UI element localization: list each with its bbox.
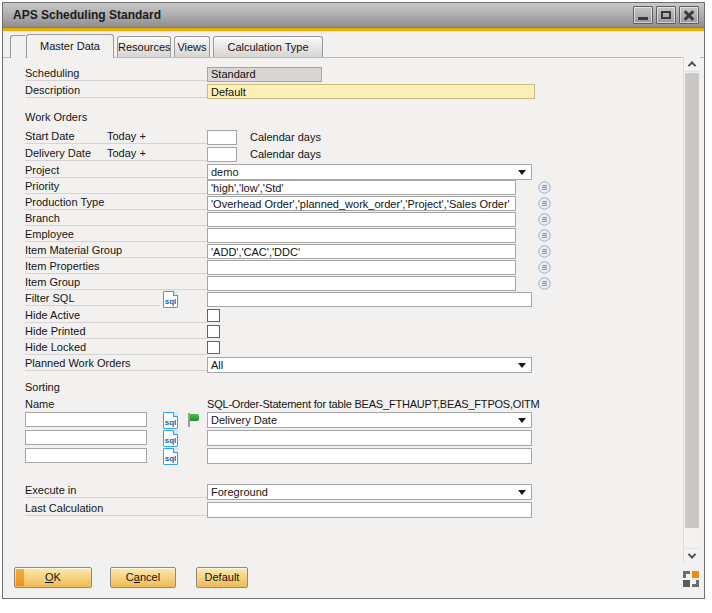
description-label: Description <box>25 84 207 98</box>
production-type-input[interactable] <box>207 196 516 211</box>
filter-sql-label: Filter SQL <box>25 292 160 306</box>
project-dropdown[interactable]: demo <box>207 164 532 180</box>
choose-list-icon[interactable] <box>538 277 551 290</box>
description-input[interactable] <box>207 84 535 99</box>
chevron-down-icon <box>518 170 526 175</box>
scroll-down-button[interactable] <box>684 548 700 563</box>
choose-list-icon[interactable] <box>538 181 551 194</box>
vertical-scrollbar[interactable] <box>683 57 699 563</box>
production-type-label: Production Type <box>25 196 207 210</box>
work-orders-heading: Work Orders <box>25 111 87 123</box>
item-group-input[interactable] <box>207 276 516 291</box>
choose-list-icon[interactable] <box>538 245 551 258</box>
item-material-group-input[interactable] <box>207 244 516 259</box>
maximize-button[interactable] <box>656 6 676 24</box>
chevron-up-icon <box>688 61 696 69</box>
flag-icon[interactable] <box>186 413 201 428</box>
tabstrip-edge <box>10 35 25 58</box>
last-calculation-input[interactable] <box>207 502 532 518</box>
chevron-down-icon <box>518 490 526 495</box>
start-date-input[interactable] <box>207 130 237 145</box>
hide-active-label: Hide Active <box>25 309 207 323</box>
window-title: APS Scheduling Standard <box>13 3 161 28</box>
hide-printed-checkbox[interactable] <box>207 325 220 338</box>
delivery-date-suffix: Calendar days <box>250 148 321 160</box>
branch-input[interactable] <box>207 212 516 227</box>
tab-master-data[interactable]: Master Data <box>26 34 114 58</box>
sort-2-statement-input[interactable] <box>207 430 532 446</box>
project-label: Project <box>25 164 207 178</box>
sql-editor-icon[interactable]: sql <box>163 412 178 429</box>
item-group-label: Item Group <box>25 276 207 290</box>
aps-scheduling-window: APS Scheduling Standard Master Data Reso… <box>2 2 705 599</box>
scheduling-label: Scheduling <box>25 67 207 81</box>
item-material-group-label: Item Material Group <box>25 244 207 258</box>
hide-locked-label: Hide Locked <box>25 341 207 355</box>
choose-list-icon[interactable] <box>538 197 551 210</box>
sort-3-name-input[interactable] <box>25 448 147 463</box>
chevron-down-icon <box>688 550 696 558</box>
choose-list-icon[interactable] <box>538 213 551 226</box>
planned-work-orders-label: Planned Work Orders <box>25 357 207 371</box>
scroll-up-button[interactable] <box>684 57 700 72</box>
hide-locked-checkbox[interactable] <box>207 341 220 354</box>
titlebar[interactable]: APS Scheduling Standard <box>3 3 704 28</box>
sort-3-statement-input[interactable] <box>207 448 532 464</box>
delivery-date-label: Delivery Date Today + <box>25 147 207 161</box>
hide-active-checkbox[interactable] <box>207 309 220 322</box>
sorting-name-label: Name <box>25 398 54 410</box>
resize-grip-icon[interactable] <box>683 571 699 587</box>
sql-editor-icon[interactable]: sql <box>163 430 178 447</box>
execute-in-dropdown[interactable]: Foreground <box>207 484 532 500</box>
tab-calculation-type[interactable]: Calculation Type <box>213 36 323 57</box>
sorting-heading: Sorting <box>25 381 60 393</box>
filter-sql-input[interactable] <box>207 292 532 307</box>
ok-button[interactable]: OK <box>14 567 92 588</box>
close-button[interactable] <box>679 6 699 24</box>
sort-2-name-input[interactable] <box>25 430 147 445</box>
sorting-statement-label: SQL-Order-Statement for table BEAS_FTHAU… <box>207 398 540 410</box>
branch-label: Branch <box>25 212 207 226</box>
sort-1-statement-dropdown[interactable]: Delivery Date <box>207 412 532 428</box>
tab-resources[interactable]: Resources <box>117 36 171 57</box>
employee-label: Employee <box>25 228 207 242</box>
cancel-button[interactable]: Cancel <box>110 567 176 588</box>
sql-editor-icon[interactable]: sql <box>163 291 178 308</box>
hide-printed-label: Hide Printed <box>25 325 207 339</box>
scrollbar-thumb[interactable] <box>685 73 699 528</box>
sort-1-name-input[interactable] <box>25 412 147 427</box>
last-calculation-label: Last Calculation <box>25 502 207 516</box>
item-properties-label: Item Properties <box>25 260 207 274</box>
minimize-button[interactable] <box>633 6 653 24</box>
accent-line <box>3 28 704 31</box>
choose-list-icon[interactable] <box>538 229 551 242</box>
execute-in-label: Execute in <box>25 484 207 498</box>
delivery-date-input[interactable] <box>207 147 237 162</box>
delivery-date-prefix: Today + <box>107 147 146 160</box>
tab-views[interactable]: Views <box>174 36 210 57</box>
employee-input[interactable] <box>207 228 516 243</box>
maximize-icon <box>661 11 671 19</box>
default-button[interactable]: Default <box>196 567 248 588</box>
item-properties-input[interactable] <box>207 260 516 275</box>
chevron-down-icon <box>518 418 526 423</box>
priority-input[interactable] <box>207 180 516 195</box>
choose-list-icon[interactable] <box>538 261 551 274</box>
minimize-icon <box>638 17 648 20</box>
chevron-down-icon <box>518 363 526 368</box>
screen: APS Scheduling Standard Master Data Reso… <box>0 0 712 613</box>
start-date-label: Start Date Today + <box>25 130 207 144</box>
start-date-suffix: Calendar days <box>250 131 321 143</box>
start-date-prefix: Today + <box>107 130 146 143</box>
ok-default-stripe <box>16 569 24 586</box>
scheduling-field: Standard <box>207 67 322 82</box>
planned-work-orders-dropdown[interactable]: All <box>207 357 532 373</box>
close-icon <box>684 10 695 21</box>
priority-label: Priority <box>25 180 207 194</box>
sql-editor-icon[interactable]: sql <box>163 448 178 465</box>
